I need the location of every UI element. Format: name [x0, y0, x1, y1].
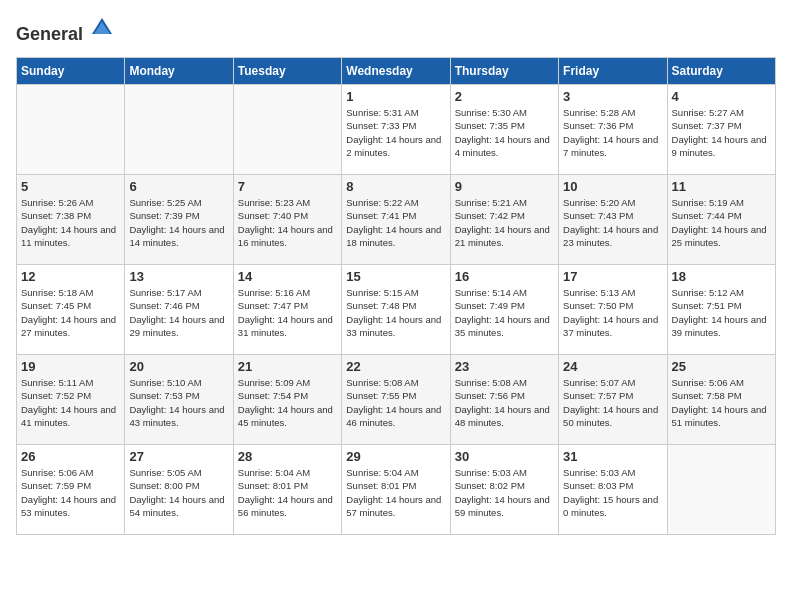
calendar-table: SundayMondayTuesdayWednesdayThursdayFrid… [16, 57, 776, 535]
day-info: Sunrise: 5:06 AM Sunset: 7:58 PM Dayligh… [672, 376, 771, 429]
day-info: Sunrise: 5:17 AM Sunset: 7:46 PM Dayligh… [129, 286, 228, 339]
day-number: 12 [21, 269, 120, 284]
weekday-row: SundayMondayTuesdayWednesdayThursdayFrid… [17, 58, 776, 85]
day-number: 24 [563, 359, 662, 374]
weekday-header: Sunday [17, 58, 125, 85]
calendar-day-cell: 3Sunrise: 5:28 AM Sunset: 7:36 PM Daylig… [559, 85, 667, 175]
day-info: Sunrise: 5:23 AM Sunset: 7:40 PM Dayligh… [238, 196, 337, 249]
day-number: 2 [455, 89, 554, 104]
day-number: 13 [129, 269, 228, 284]
calendar-day-cell: 29Sunrise: 5:04 AM Sunset: 8:01 PM Dayli… [342, 445, 450, 535]
day-info: Sunrise: 5:04 AM Sunset: 8:01 PM Dayligh… [346, 466, 445, 519]
day-number: 15 [346, 269, 445, 284]
calendar-day-cell [233, 85, 341, 175]
day-number: 31 [563, 449, 662, 464]
day-number: 5 [21, 179, 120, 194]
day-info: Sunrise: 5:31 AM Sunset: 7:33 PM Dayligh… [346, 106, 445, 159]
weekday-header: Friday [559, 58, 667, 85]
weekday-header: Thursday [450, 58, 558, 85]
calendar-body: 1Sunrise: 5:31 AM Sunset: 7:33 PM Daylig… [17, 85, 776, 535]
day-info: Sunrise: 5:03 AM Sunset: 8:02 PM Dayligh… [455, 466, 554, 519]
day-info: Sunrise: 5:15 AM Sunset: 7:48 PM Dayligh… [346, 286, 445, 339]
calendar-day-cell: 19Sunrise: 5:11 AM Sunset: 7:52 PM Dayli… [17, 355, 125, 445]
calendar-day-cell: 16Sunrise: 5:14 AM Sunset: 7:49 PM Dayli… [450, 265, 558, 355]
day-number: 18 [672, 269, 771, 284]
calendar-week-row: 26Sunrise: 5:06 AM Sunset: 7:59 PM Dayli… [17, 445, 776, 535]
calendar-day-cell: 7Sunrise: 5:23 AM Sunset: 7:40 PM Daylig… [233, 175, 341, 265]
day-info: Sunrise: 5:25 AM Sunset: 7:39 PM Dayligh… [129, 196, 228, 249]
calendar-week-row: 1Sunrise: 5:31 AM Sunset: 7:33 PM Daylig… [17, 85, 776, 175]
day-number: 16 [455, 269, 554, 284]
calendar-day-cell: 23Sunrise: 5:08 AM Sunset: 7:56 PM Dayli… [450, 355, 558, 445]
logo-icon [90, 16, 114, 40]
day-info: Sunrise: 5:08 AM Sunset: 7:55 PM Dayligh… [346, 376, 445, 429]
day-info: Sunrise: 5:22 AM Sunset: 7:41 PM Dayligh… [346, 196, 445, 249]
day-info: Sunrise: 5:18 AM Sunset: 7:45 PM Dayligh… [21, 286, 120, 339]
day-info: Sunrise: 5:13 AM Sunset: 7:50 PM Dayligh… [563, 286, 662, 339]
day-info: Sunrise: 5:19 AM Sunset: 7:44 PM Dayligh… [672, 196, 771, 249]
day-info: Sunrise: 5:28 AM Sunset: 7:36 PM Dayligh… [563, 106, 662, 159]
calendar-day-cell: 12Sunrise: 5:18 AM Sunset: 7:45 PM Dayli… [17, 265, 125, 355]
calendar-week-row: 5Sunrise: 5:26 AM Sunset: 7:38 PM Daylig… [17, 175, 776, 265]
day-number: 1 [346, 89, 445, 104]
day-info: Sunrise: 5:08 AM Sunset: 7:56 PM Dayligh… [455, 376, 554, 429]
calendar-day-cell: 26Sunrise: 5:06 AM Sunset: 7:59 PM Dayli… [17, 445, 125, 535]
calendar-day-cell: 11Sunrise: 5:19 AM Sunset: 7:44 PM Dayli… [667, 175, 775, 265]
weekday-header: Saturday [667, 58, 775, 85]
day-number: 28 [238, 449, 337, 464]
calendar-day-cell: 22Sunrise: 5:08 AM Sunset: 7:55 PM Dayli… [342, 355, 450, 445]
day-number: 8 [346, 179, 445, 194]
day-number: 22 [346, 359, 445, 374]
calendar-day-cell: 5Sunrise: 5:26 AM Sunset: 7:38 PM Daylig… [17, 175, 125, 265]
calendar-day-cell [125, 85, 233, 175]
calendar-day-cell: 18Sunrise: 5:12 AM Sunset: 7:51 PM Dayli… [667, 265, 775, 355]
day-info: Sunrise: 5:06 AM Sunset: 7:59 PM Dayligh… [21, 466, 120, 519]
day-number: 14 [238, 269, 337, 284]
day-number: 7 [238, 179, 337, 194]
day-number: 3 [563, 89, 662, 104]
day-info: Sunrise: 5:16 AM Sunset: 7:47 PM Dayligh… [238, 286, 337, 339]
weekday-header: Wednesday [342, 58, 450, 85]
calendar-day-cell: 31Sunrise: 5:03 AM Sunset: 8:03 PM Dayli… [559, 445, 667, 535]
calendar-day-cell: 14Sunrise: 5:16 AM Sunset: 7:47 PM Dayli… [233, 265, 341, 355]
calendar-day-cell: 10Sunrise: 5:20 AM Sunset: 7:43 PM Dayli… [559, 175, 667, 265]
day-number: 4 [672, 89, 771, 104]
day-number: 20 [129, 359, 228, 374]
day-number: 11 [672, 179, 771, 194]
logo-general-text: General [16, 16, 114, 45]
day-number: 17 [563, 269, 662, 284]
calendar-day-cell: 4Sunrise: 5:27 AM Sunset: 7:37 PM Daylig… [667, 85, 775, 175]
weekday-header: Tuesday [233, 58, 341, 85]
day-info: Sunrise: 5:30 AM Sunset: 7:35 PM Dayligh… [455, 106, 554, 159]
day-info: Sunrise: 5:03 AM Sunset: 8:03 PM Dayligh… [563, 466, 662, 519]
day-info: Sunrise: 5:27 AM Sunset: 7:37 PM Dayligh… [672, 106, 771, 159]
day-number: 25 [672, 359, 771, 374]
calendar-day-cell: 6Sunrise: 5:25 AM Sunset: 7:39 PM Daylig… [125, 175, 233, 265]
calendar-day-cell: 28Sunrise: 5:04 AM Sunset: 8:01 PM Dayli… [233, 445, 341, 535]
day-info: Sunrise: 5:05 AM Sunset: 8:00 PM Dayligh… [129, 466, 228, 519]
day-number: 19 [21, 359, 120, 374]
day-info: Sunrise: 5:10 AM Sunset: 7:53 PM Dayligh… [129, 376, 228, 429]
calendar-day-cell [667, 445, 775, 535]
calendar-week-row: 12Sunrise: 5:18 AM Sunset: 7:45 PM Dayli… [17, 265, 776, 355]
calendar-day-cell: 15Sunrise: 5:15 AM Sunset: 7:48 PM Dayli… [342, 265, 450, 355]
day-number: 6 [129, 179, 228, 194]
day-number: 26 [21, 449, 120, 464]
day-info: Sunrise: 5:11 AM Sunset: 7:52 PM Dayligh… [21, 376, 120, 429]
calendar-day-cell: 2Sunrise: 5:30 AM Sunset: 7:35 PM Daylig… [450, 85, 558, 175]
day-number: 30 [455, 449, 554, 464]
day-info: Sunrise: 5:14 AM Sunset: 7:49 PM Dayligh… [455, 286, 554, 339]
calendar-day-cell: 24Sunrise: 5:07 AM Sunset: 7:57 PM Dayli… [559, 355, 667, 445]
day-info: Sunrise: 5:20 AM Sunset: 7:43 PM Dayligh… [563, 196, 662, 249]
logo: General [16, 16, 114, 45]
calendar-day-cell: 8Sunrise: 5:22 AM Sunset: 7:41 PM Daylig… [342, 175, 450, 265]
calendar-day-cell: 30Sunrise: 5:03 AM Sunset: 8:02 PM Dayli… [450, 445, 558, 535]
day-number: 29 [346, 449, 445, 464]
page-header: General [16, 16, 776, 45]
calendar-week-row: 19Sunrise: 5:11 AM Sunset: 7:52 PM Dayli… [17, 355, 776, 445]
calendar-day-cell: 9Sunrise: 5:21 AM Sunset: 7:42 PM Daylig… [450, 175, 558, 265]
day-number: 27 [129, 449, 228, 464]
day-info: Sunrise: 5:12 AM Sunset: 7:51 PM Dayligh… [672, 286, 771, 339]
calendar-day-cell [17, 85, 125, 175]
calendar-day-cell: 1Sunrise: 5:31 AM Sunset: 7:33 PM Daylig… [342, 85, 450, 175]
